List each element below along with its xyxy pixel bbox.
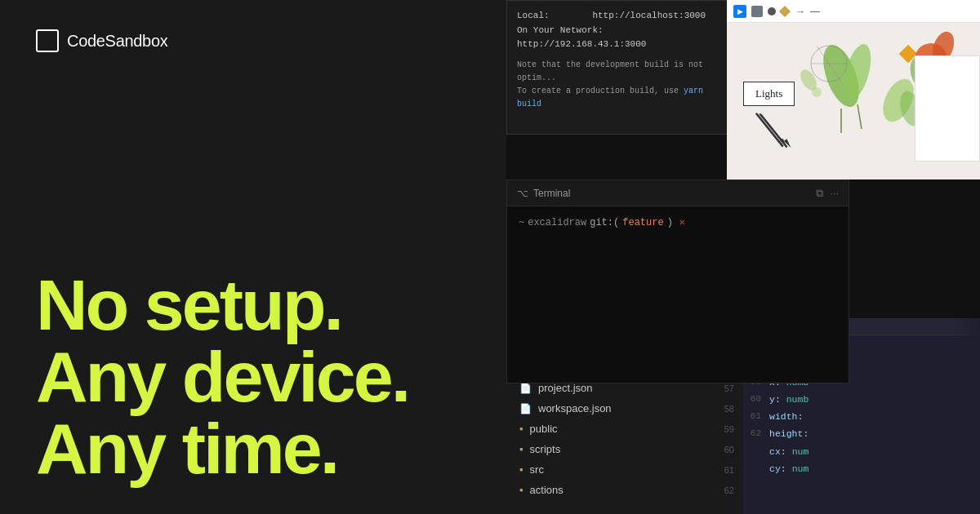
terminal-controls: ⧉ ··· [816, 187, 839, 200]
folder-icon-src: ▪ [519, 463, 523, 476]
file-linenum-61: 61 [724, 465, 734, 475]
file-item-actions[interactable]: ▪ actions 62 [506, 480, 747, 500]
file-linenum-57: 57 [724, 383, 734, 393]
hero-line-3: Any time. [36, 413, 503, 485]
code-line-60: 60 y: numb [743, 391, 980, 408]
terminal-expand-icon[interactable]: ⧉ [816, 187, 823, 200]
toolbar-circle[interactable] [768, 7, 776, 16]
plants-area: Lights [727, 23, 980, 179]
logo-icon [36, 29, 59, 52]
file-name-scripts: scripts [530, 443, 561, 455]
toolbar-btn-1[interactable] [751, 6, 763, 17]
file-linenum-60: 60 [724, 445, 734, 454]
left-section: CodeSandbox No setup. Any device. Any ti… [0, 0, 539, 514]
white-card-decoration [915, 55, 980, 162]
lights-label-box: Lights [743, 82, 795, 106]
excalidraw-preview: ▶ → — [727, 0, 980, 179]
file-item-public[interactable]: ▪ public 59 [506, 419, 747, 439]
terminal-title: ⌥ Terminal [517, 188, 570, 199]
folder-icon-scripts: ▪ [519, 443, 523, 455]
arrow-decoration [748, 113, 804, 167]
lights-label-text: Lights [755, 87, 782, 100]
file-item-src[interactable]: ▪ src 61 [506, 459, 747, 480]
code-line-63: cx: num [743, 443, 980, 460]
file-icon-project: 📄 [519, 383, 532, 394]
terminal-titlebar: ⌥ Terminal ⧉ ··· [507, 180, 849, 206]
file-icon-workspace: 📄 [519, 403, 532, 414]
folder-icon-public: ▪ [519, 423, 523, 435]
right-section: Local: http://localhost:3000 On Your Net… [506, 0, 980, 514]
file-explorer: 📄 project.json 57 📄 workspace.json 58 ▪ … [506, 377, 747, 514]
dev-terminal-note2: To create a production build, use yarn b… [517, 85, 733, 111]
dev-terminal-line-1: Local: http://localhost:3000 [517, 9, 733, 24]
dev-terminal-note1: Note that the development build is not o… [517, 59, 733, 85]
file-name-src: src [530, 463, 544, 476]
hero-line-2: Any device. [36, 341, 503, 413]
hero-text: No setup. Any device. Any time. [36, 269, 503, 485]
file-item-workspace-json[interactable]: 📄 workspace.json 58 [506, 398, 747, 419]
file-name-workspace-json: workspace.json [538, 402, 612, 414]
code-line-64: cy: num [743, 460, 980, 477]
terminal-body: ~ excalidraw git:(feature) ✕ [507, 206, 849, 238]
terminal-title-text: Terminal [533, 188, 570, 199]
file-item-scripts[interactable]: ▪ scripts 60 [506, 439, 747, 459]
hero-line-1: No setup. [36, 269, 503, 341]
file-name-public: public [530, 423, 558, 435]
toolbar-arrow-icon[interactable]: → [795, 6, 805, 17]
file-name-project-json: project.json [538, 382, 592, 394]
dev-terminal-line-2: On Your Network: http://192.168.43.1:300… [517, 24, 733, 52]
file-linenum-58: 58 [724, 404, 734, 414]
folder-icon-actions: ▪ [519, 484, 523, 496]
toolbar-diamond[interactable] [779, 5, 791, 16]
play-button-icon[interactable]: ▶ [733, 5, 746, 18]
logo-text: CodeSandbox [67, 32, 167, 51]
code-line-62: 62 height: [743, 425, 980, 442]
toolbar-line-icon[interactable]: — [810, 6, 820, 17]
prompt-x-mark: ✕ [679, 216, 685, 228]
terminal-more-icon[interactable]: ··· [830, 187, 839, 200]
dev-terminal-content: Local: http://localhost:3000 On Your Net… [517, 9, 733, 111]
dev-server-terminal: Local: http://localhost:3000 On Your Net… [506, 0, 743, 135]
code-fade-overlay [956, 318, 980, 514]
logo-container: CodeSandbox [36, 29, 503, 52]
file-name-actions: actions [530, 484, 564, 496]
terminal-prompt-icon: ⌥ [517, 188, 528, 199]
svg-line-5 [858, 104, 862, 129]
file-linenum-62: 62 [724, 485, 734, 495]
main-terminal[interactable]: ⌥ Terminal ⧉ ··· ~ excalidraw git:(featu… [506, 179, 849, 383]
code-line-61: 61 width: [743, 408, 980, 425]
terminal-prompt-line: ~ excalidraw git:(feature) ✕ [519, 216, 837, 228]
excalidraw-toolbar: ▶ → — [727, 0, 980, 23]
file-linenum-59: 59 [724, 424, 734, 434]
